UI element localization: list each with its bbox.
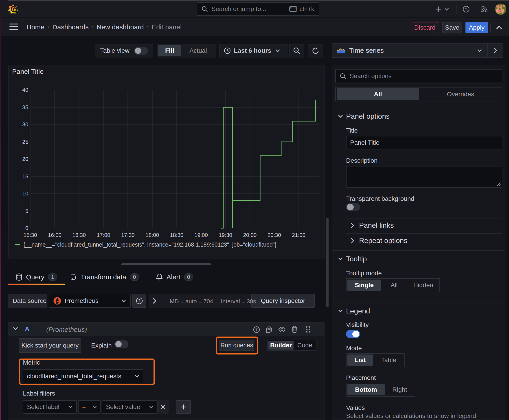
svg-text:35: 35 <box>22 104 28 110</box>
svg-text:19:00: 19:00 <box>194 232 208 238</box>
svg-text:20:30: 20:30 <box>267 232 281 238</box>
svg-text:5: 5 <box>25 208 28 214</box>
svg-text:30: 30 <box>22 121 28 128</box>
svg-text:?: ? <box>255 327 258 332</box>
svg-text:19:30: 19:30 <box>219 232 232 238</box>
svg-text:21:00: 21:00 <box>292 232 305 238</box>
svg-text:{__name__="cloudflared_tunnel_: {__name__="cloudflared_tunnel_total_requ… <box>23 241 276 248</box>
svg-text:18:30: 18:30 <box>170 232 183 238</box>
svg-text:17:30: 17:30 <box>121 232 135 238</box>
svg-text:0: 0 <box>25 225 28 231</box>
svg-text:?: ? <box>465 7 467 11</box>
svg-text:?: ? <box>138 299 141 303</box>
svg-text:10: 10 <box>22 190 28 196</box>
svg-text:16:00: 16:00 <box>48 232 61 238</box>
svg-text:17:00: 17:00 <box>97 232 110 238</box>
svg-text:40: 40 <box>22 87 28 93</box>
svg-text:25: 25 <box>22 139 28 145</box>
svg-text:18:00: 18:00 <box>146 232 159 238</box>
svg-text:16:30: 16:30 <box>72 232 86 238</box>
svg-text:20:00: 20:00 <box>243 232 257 238</box>
svg-text:15: 15 <box>22 173 28 180</box>
svg-text:20: 20 <box>22 156 28 162</box>
svg-text:15:30: 15:30 <box>23 232 37 238</box>
